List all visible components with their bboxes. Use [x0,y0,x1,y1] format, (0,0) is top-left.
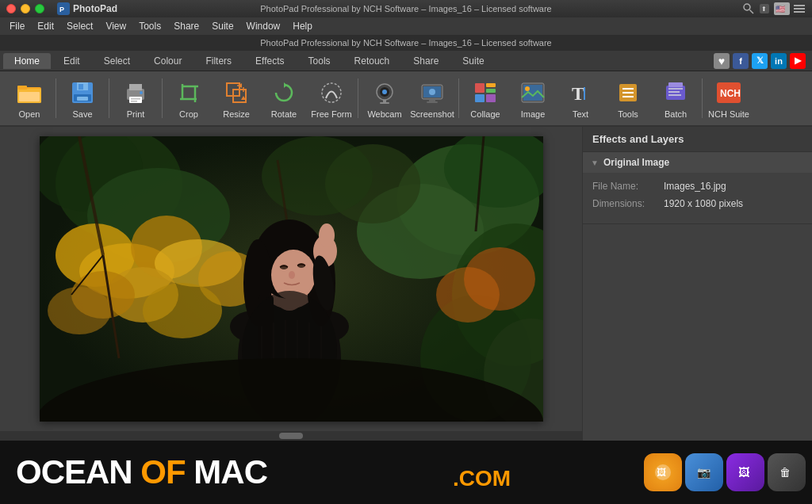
dock-icon-3[interactable]: 🖼 [726,453,764,491]
canvas-scrollbar[interactable] [0,431,582,441]
dimensions-label: Dimensions: [592,198,664,209]
dimensions-value: 1920 x 1080 pixels [664,198,743,209]
mac-text: MAC [193,453,267,491]
tab-edit[interactable]: Edit [52,53,91,69]
svg-point-109 [319,223,335,247]
tab-retouch[interactable]: Retouch [343,53,401,69]
ocean-text: OCEAN [16,453,132,491]
svg-text:T: T [572,83,584,104]
canvas-main [0,127,582,431]
svg-rect-22 [129,97,142,103]
crop-button[interactable]: Crop [166,74,212,123]
tab-suite[interactable]: Suite [451,53,495,69]
filename-value: Images_16.jpg [664,181,726,192]
tab-share[interactable]: Share [402,53,450,69]
title-bar: P PhotoPad PhotoPad Professional by NCH … [0,0,812,17]
svg-point-87 [143,283,222,338]
svg-rect-49 [486,83,496,87]
svg-point-45 [429,89,435,95]
rotate-button[interactable]: Rotate [261,74,307,123]
minimize-button[interactable] [21,4,30,13]
tab-effects[interactable]: Effects [244,53,295,69]
search-icon[interactable] [742,2,755,15]
screenshot-button[interactable]: Screenshot [409,74,455,123]
resize-button[interactable]: Resize [213,74,259,123]
tab-colour[interactable]: Colour [143,53,193,69]
maximize-button[interactable] [35,4,44,13]
svg-rect-63 [668,82,683,87]
svg-rect-17 [79,84,83,90]
tools-button[interactable]: Tools [605,74,651,123]
svg-point-2 [744,4,750,10]
batch-label: Batch [665,109,687,119]
menu-edit[interactable]: Edit [31,19,60,33]
tools-label: Tools [618,109,638,119]
svg-marker-36 [284,82,287,88]
app-title-bar: PhotoPad Professional by NCH Software – … [0,35,812,51]
tab-filters[interactable]: Filters [194,53,243,69]
svg-text:🇺🇸: 🇺🇸 [776,4,786,14]
print-button[interactable]: Print [113,74,159,123]
dock-icon-1[interactable]: 🖼 [644,453,682,491]
section-header-original[interactable]: ▼ Original Image [583,152,812,173]
svg-text:⬆: ⬆ [761,6,767,13]
open-label: Open [19,109,40,119]
webcam-button[interactable]: Webcam [362,74,408,123]
svg-point-40 [382,90,387,94]
linkedin-icon[interactable]: in [771,53,787,69]
panel-title: Effects and Layers [583,127,812,152]
image-canvas[interactable] [40,136,543,422]
image-label: Image [521,109,546,119]
svg-point-107 [289,271,295,279]
freeform-icon [317,78,346,107]
app-window: P PhotoPad PhotoPad Professional by NCH … [0,0,812,504]
watermark-text: OCEAN OF MAC [16,453,267,491]
list-icon[interactable] [793,2,806,15]
menu-suite[interactable]: Suite [205,19,239,33]
twitter-icon[interactable]: 𝕏 [752,53,768,69]
resize-label: Resize [223,109,250,119]
social-icons-bar: ♥ f 𝕏 in ▶ [714,53,809,69]
canvas-column [0,127,582,441]
menu-share[interactable]: Share [167,19,205,33]
toolbar: Open Save [0,71,812,127]
facebook-icon[interactable]: f [733,53,749,69]
com-text: .COM [453,466,511,491]
tab-tools[interactable]: Tools [297,53,342,69]
tab-home[interactable]: Home [3,53,51,69]
dock-icon-4[interactable]: 🗑 [768,453,806,491]
menu-window[interactable]: Window [240,19,287,33]
nch-button[interactable]: NCH NCH Suite [706,74,752,123]
collage-button[interactable]: Collage [462,74,508,123]
save-icon [68,78,97,107]
freeform-button[interactable]: Free Form [308,74,354,123]
sep2 [109,78,109,118]
svg-rect-19 [77,97,88,101]
menu-view[interactable]: View [99,19,132,33]
collage-icon [471,78,500,107]
section-title-original: Original Image [603,157,669,168]
svg-rect-14 [19,92,40,101]
text-button[interactable]: T Text [557,74,603,123]
menu-help[interactable]: Help [286,19,319,33]
open-icon [15,78,44,107]
menu-select[interactable]: Select [60,19,99,33]
heart-icon[interactable]: ♥ [714,53,730,69]
freeform-label: Free Form [311,109,351,119]
section-content-original: File Name: Images_16.jpg Dimensions: 192… [583,173,812,223]
dock-icon-2[interactable]: 📷 [685,453,723,491]
tab-select[interactable]: Select [93,53,141,69]
youtube-icon[interactable]: ▶ [790,53,806,69]
sep3 [162,78,163,118]
share-icon[interactable]: ⬆ [758,2,771,15]
image-button[interactable]: Image [510,74,556,123]
menu-file[interactable]: File [3,19,31,33]
batch-button[interactable]: Batch [653,74,699,123]
crop-icon [174,78,203,107]
close-button[interactable] [6,4,16,13]
open-button[interactable]: Open [6,74,52,123]
print-label: Print [127,109,145,119]
save-button[interactable]: Save [59,74,105,123]
menu-tools[interactable]: Tools [132,19,167,33]
crop-label: Crop [179,109,198,119]
